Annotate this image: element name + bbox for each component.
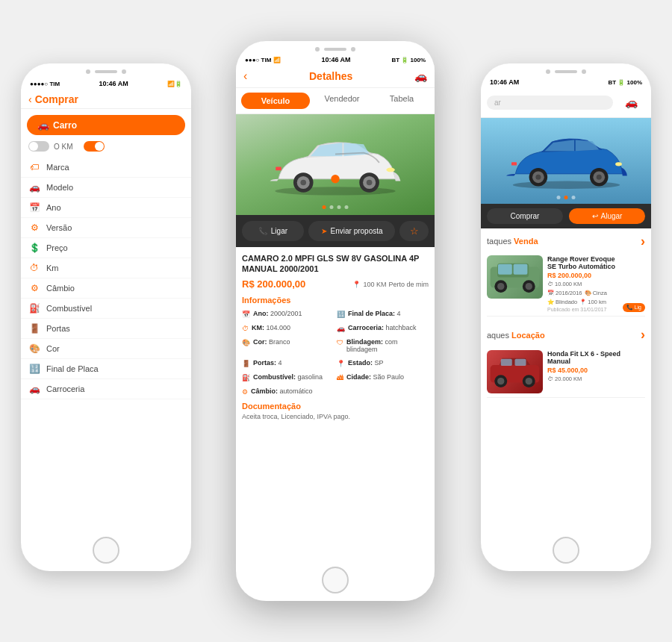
honda-card: Honda Fit LX 6 - Speed Manual R$ 45.000,… (487, 346, 645, 398)
left-carrier: ●●●●○ TIM (30, 81, 60, 87)
locacao-section: aques Locação › (481, 322, 651, 402)
filter-preco[interactable]: 💲 Preço (21, 238, 191, 258)
filter-carroceria[interactable]: 🚗 Carroceria (21, 379, 191, 399)
alugar-button[interactable]: ↩ Alugar (569, 208, 645, 224)
center-home-button[interactable] (322, 567, 349, 593)
filter-marca[interactable]: 🏷 Marca (21, 158, 191, 178)
range-rover-info: Range Rover Evoque SE Turbo Automático R… (547, 255, 618, 312)
km-icon2: ⏱ (242, 325, 249, 332)
honda-info: Honda Fit LX 6 - Speed Manual R$ 45.000,… (547, 350, 645, 382)
left-screen: ‹ Comprar 🚗 Carro O KM 🏷 Marca (21, 89, 191, 531)
right-home-button[interactable] (553, 537, 579, 564)
svg-rect-18 (511, 162, 517, 165)
honda-svg (487, 355, 543, 390)
tab-vendedor[interactable]: Vendedor (312, 90, 372, 111)
filter-placa[interactable]: 🔢 Final de Placa (21, 359, 191, 379)
filter-marca-label: Marca (46, 163, 69, 172)
right-action-bar: Comprar ↩ Alugar (481, 204, 651, 228)
svg-rect-21 (498, 264, 512, 274)
car-price: R$ 200.000,00 (242, 278, 305, 290)
right-car-icon: 🚗 (617, 92, 645, 113)
filter-ano[interactable]: 📅 Ano (21, 198, 191, 218)
info-cidade: 🏙 Cidade: São Paulo (337, 372, 429, 383)
venda-header: taques Venda › (487, 234, 645, 248)
right-phone: 10:46 AM BT 🔋 100% ar 🚗 (481, 63, 651, 571)
center-back-icon[interactable]: ‹ (243, 69, 247, 83)
rr-dist: 📍 100 km (579, 299, 606, 305)
search-box[interactable]: ar (487, 96, 613, 110)
car-title: CAMARO 2.0 MPFI GLS SW 8V GASOLINA 4P MA… (242, 253, 429, 275)
venda-section: taques Venda › (481, 228, 651, 322)
range-rover-svg (487, 260, 543, 295)
center-car-icon: 🚗 (414, 70, 427, 82)
gear-icon2: ⚙ (242, 388, 248, 396)
km-toggle2[interactable] (84, 141, 105, 152)
carr-icon2: 🚗 (337, 325, 345, 332)
locacao-chevron[interactable]: › (641, 327, 645, 343)
doc-text: Aceita troca, Licenciado, IPVA pago. (242, 413, 429, 420)
info-combustivel: ⛽ Combustível: gasolina (242, 372, 334, 383)
honda-image (487, 350, 543, 393)
venda-chevron[interactable]: › (641, 234, 645, 248)
km-toggle[interactable] (28, 141, 49, 152)
svg-point-13 (535, 175, 541, 180)
call-label: Ligar (271, 227, 287, 235)
car-detail-content: CAMARO 2.0 MPFI GLS SW 8V GASOLINA 4P MA… (236, 247, 435, 561)
right-status-bar: 10:46 AM BT 🔋 100% (481, 77, 651, 87)
tab-bar: Veículo Vendedor Tabela (236, 88, 435, 114)
tab-tabela[interactable]: Tabela (372, 90, 432, 111)
rr-call-badge[interactable]: 📞 Lig (623, 303, 645, 312)
center-battery: BT 🔋 100% (391, 57, 426, 63)
locacao-header: aques Locação › (487, 327, 645, 343)
shield-icon2: 🛡 (337, 339, 343, 346)
filter-versao[interactable]: ⚙ Versão (21, 218, 191, 238)
portas-icon: 🚪 (28, 323, 40, 334)
filter-cambio-label: Câmbio (46, 284, 75, 293)
doc-title: Documentação (242, 402, 429, 411)
filter-modelo-label: Modelo (46, 183, 73, 192)
fuel-icon2: ⛽ (242, 374, 250, 381)
filter-modelo[interactable]: 🚗 Modelo (21, 178, 191, 198)
honda-km: ⏱ 20.000 KM (547, 375, 582, 382)
rr-year: 📅 2016/2016 (547, 290, 582, 296)
rr-color: 🎨 Cinza (585, 290, 607, 296)
phone-icon: 📞 (258, 227, 267, 235)
camaro-svg (264, 133, 406, 197)
filter-list: 🏷 Marca 🚗 Modelo 📅 Ano ⚙ Versão 💲 (21, 155, 191, 531)
cor-icon: 🎨 (28, 343, 40, 354)
call-button[interactable]: 📞 Ligar (242, 221, 304, 241)
filter-portas[interactable]: 🚪 Portas (21, 319, 191, 339)
action-buttons: 📞 Ligar ➤ Enviar proposta ☆ (236, 215, 435, 247)
info-cambio: ⚙ Câmbio: automático (242, 386, 429, 397)
filter-portas-label: Portas (46, 324, 70, 333)
detalhes-title: Detalhes (309, 70, 352, 82)
info-km: ⏱ KM: 104.000 (242, 322, 334, 334)
km-icon: ⏱ (28, 263, 40, 273)
tab-veiculo[interactable]: Veículo (241, 93, 310, 109)
info-cor: 🎨 Cor: Branco (242, 337, 334, 355)
locacao-label-prefix: aques (487, 331, 511, 340)
svg-point-7 (331, 175, 339, 183)
comprar-button[interactable]: Comprar (487, 208, 563, 224)
filter-combustivel[interactable]: ⛽ Combustível (21, 299, 191, 319)
svg-point-17 (615, 162, 622, 166)
carro-button[interactable]: 🚗 Carro (27, 115, 185, 135)
filter-km[interactable]: ⏱ Km (21, 258, 191, 278)
svg-point-26 (526, 283, 532, 290)
svg-point-33 (526, 378, 532, 384)
propose-button[interactable]: ➤ Enviar proposta (308, 221, 395, 241)
rr-blind: ⭐ Blindado (547, 299, 577, 305)
filter-preco-label: Preço (46, 243, 68, 252)
favorite-button[interactable]: ☆ (399, 221, 429, 241)
svg-rect-29 (515, 358, 526, 365)
comprar-label: Comprar (511, 212, 540, 220)
filter-cor[interactable]: 🎨 Cor (21, 339, 191, 359)
filter-carroceria-label: Carroceria (46, 384, 84, 393)
cor-icon2: 🎨 (242, 339, 250, 346)
filter-comb-label: Combustível (46, 304, 92, 313)
km-nearby: Perto de mim (388, 281, 429, 288)
left-home-button[interactable] (93, 537, 119, 564)
filter-cambio[interactable]: ⚙ Câmbio (21, 278, 191, 299)
filter-placa-label: Final de Placa (46, 364, 99, 373)
back-icon[interactable]: ‹ (28, 93, 32, 105)
